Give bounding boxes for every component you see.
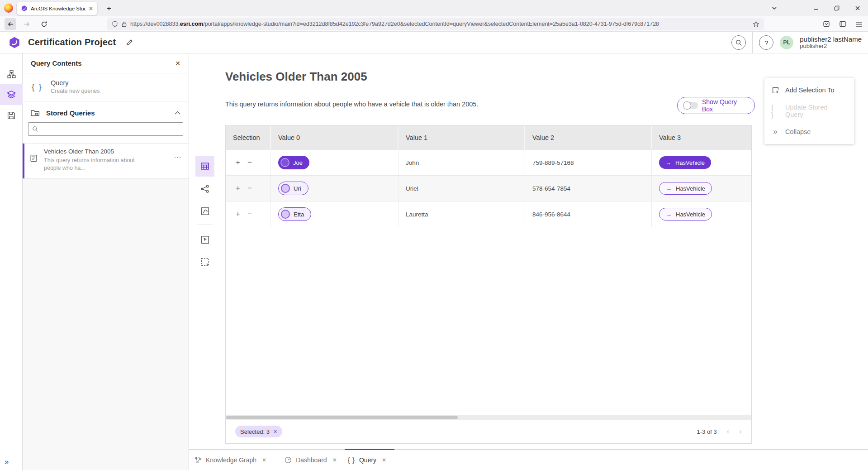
map-select-button[interactable] [195, 230, 214, 249]
column-header[interactable]: Value 2 [525, 125, 652, 150]
cell-value[interactable]: 578-654-7854 [525, 176, 652, 201]
entity-pill[interactable]: Joe [278, 156, 309, 169]
app-header: Certification Project ? PL publisher2 la… [0, 32, 868, 53]
column-header[interactable]: Selection [226, 125, 271, 150]
bookmark-star-icon[interactable] [753, 21, 759, 28]
column-header[interactable]: Value 0 [271, 125, 398, 150]
new-tab-button[interactable]: + [104, 3, 114, 14]
restore-button[interactable] [832, 3, 842, 13]
stored-query-item[interactable]: Vehicles Older Than 2005 This query retu… [23, 143, 189, 179]
search-button[interactable] [731, 35, 746, 50]
firefox-icon[interactable] [4, 4, 13, 13]
selection-box-button[interactable] [195, 252, 214, 272]
cell-value[interactable]: Lauretta [398, 201, 525, 227]
lock-icon[interactable] [122, 21, 127, 27]
table-view-button[interactable] [195, 156, 214, 177]
query-item-title: Query [51, 79, 100, 86]
show-query-box-toggle[interactable]: Show Query Box [677, 97, 755, 114]
remove-from-selection-icon[interactable]: − [247, 184, 252, 193]
rail-item-data-model[interactable] [0, 63, 23, 84]
previous-page-icon[interactable]: ‹ [727, 427, 730, 436]
panel-title: Query Contents [31, 59, 175, 67]
expand-rail-icon[interactable]: » [5, 457, 9, 466]
add-to-selection-icon[interactable]: + [236, 184, 240, 193]
cell-value[interactable]: John [398, 150, 525, 175]
minimize-button[interactable] [811, 3, 821, 13]
hamburger-menu-icon[interactable] [854, 19, 863, 29]
arrow-right-icon: → [666, 185, 672, 192]
relationship-pill[interactable]: →HasVehicle [659, 208, 712, 221]
active-tab-indicator [345, 449, 394, 450]
cell-value[interactable]: 759-889-57168 [525, 150, 652, 175]
stored-queries-searchbox[interactable] [28, 122, 183, 136]
scrollbar-thumb[interactable] [226, 416, 458, 419]
cell-value[interactable]: Uriel [398, 176, 525, 201]
tab-query[interactable]: { } Query ✕ [348, 456, 386, 464]
tracking-shield-icon[interactable] [112, 21, 118, 27]
stored-queries-title: Stored Queries [46, 109, 168, 117]
close-tab-icon[interactable]: ✕ [332, 457, 337, 463]
url-bar[interactable]: https://dev0028833.esri.com/portal/apps/… [107, 18, 764, 30]
user-info[interactable]: publisher2 lastName publisher2 [800, 35, 862, 50]
search-icon [32, 126, 38, 132]
back-button[interactable] [5, 18, 16, 30]
tab-close-icon[interactable]: ✕ [89, 5, 93, 12]
browser-tab[interactable]: ArcGIS Knowledge Studio ✕ [17, 2, 97, 15]
remove-from-selection-icon[interactable]: − [247, 158, 252, 167]
list-tabs-icon[interactable] [769, 3, 779, 13]
next-page-icon[interactable]: › [739, 427, 742, 436]
menu-item-update-stored-query[interactable]: { } Update Stored Query [764, 101, 854, 121]
show-query-box-label: Show Query Box [702, 98, 749, 113]
rail-item-contents[interactable] [0, 84, 23, 105]
add-to-selection-icon[interactable]: + [236, 210, 240, 219]
header-actions: ? PL publisher2 lastName publisher2 [731, 32, 862, 53]
extensions-icon[interactable] [838, 19, 847, 29]
item-options-icon[interactable]: ··· [174, 153, 181, 160]
help-button[interactable]: ? [759, 35, 773, 50]
tab-knowledge-graph[interactable]: Knowledge Graph ✕ [194, 456, 266, 464]
close-tab-icon[interactable]: ✕ [262, 457, 266, 463]
tab-dashboard[interactable]: Dashboard ✕ [285, 456, 337, 464]
edit-title-icon[interactable] [126, 38, 133, 46]
new-query-item[interactable]: { } Query Create new queries [23, 73, 189, 101]
browser-window: ArcGIS Knowledge Studio ✕ + htt [0, 0, 868, 470]
menu-item-collapse[interactable]: » Collapse [764, 121, 854, 142]
chart-view-button[interactable] [195, 201, 214, 221]
panel-close-icon[interactable]: ✕ [175, 60, 180, 67]
table-row[interactable]: + − Uri Uriel 578-654-7854 →HasVehicle [226, 176, 751, 201]
url-text[interactable]: https://dev0028833.esri.com/portal/apps/… [130, 21, 749, 27]
collapse-section-icon[interactable] [175, 111, 180, 115]
close-tab-icon[interactable]: ✕ [382, 457, 386, 463]
entity-pill[interactable]: Uri [278, 182, 308, 195]
add-to-selection-icon[interactable]: + [236, 158, 240, 167]
search-icon [735, 39, 742, 46]
relationship-pill[interactable]: →HasVehicle [659, 182, 712, 195]
menu-item-add-selection-to[interactable]: Add Selection To [764, 80, 854, 101]
table-row[interactable]: + − Joe John 759-889-57168 →HasVehicle [226, 150, 751, 176]
remove-from-selection-icon[interactable]: − [247, 210, 252, 219]
cell-value[interactable]: 846-956-8644 [525, 201, 652, 227]
entity-pill[interactable]: Etta [278, 207, 311, 221]
link-chart-button[interactable] [195, 179, 214, 199]
close-window-button[interactable] [853, 3, 863, 13]
query-contents-panel: Query Contents ✕ { } Query Create new qu… [23, 53, 189, 470]
select-arrow-icon [201, 235, 209, 244]
relationship-pill[interactable]: →HasVehicle [659, 156, 711, 169]
pocket-icon[interactable] [822, 19, 831, 29]
view-toolbar [195, 156, 214, 274]
clear-selection-icon[interactable]: ✕ [273, 429, 277, 435]
search-input[interactable] [42, 126, 179, 133]
toggle-switch[interactable] [683, 102, 698, 109]
avatar[interactable]: PL [780, 36, 793, 49]
knowledge-graph-icon [194, 456, 202, 464]
stored-queries-header[interactable]: Stored Queries [23, 101, 189, 121]
column-header[interactable]: Value 3 [652, 125, 751, 150]
reload-button[interactable] [38, 18, 50, 30]
forward-button[interactable] [21, 18, 33, 30]
table-row[interactable]: + − Etta Lauretta 846-956-8644 →HasVehic… [226, 201, 751, 227]
horizontal-scrollbar[interactable] [226, 415, 751, 420]
rail-item-save[interactable] [0, 105, 23, 126]
query-item-subtitle: Create new queries [51, 88, 100, 94]
selected-count-chip[interactable]: Selected: 3 ✕ [235, 426, 282, 437]
column-header[interactable]: Value 1 [398, 125, 525, 150]
